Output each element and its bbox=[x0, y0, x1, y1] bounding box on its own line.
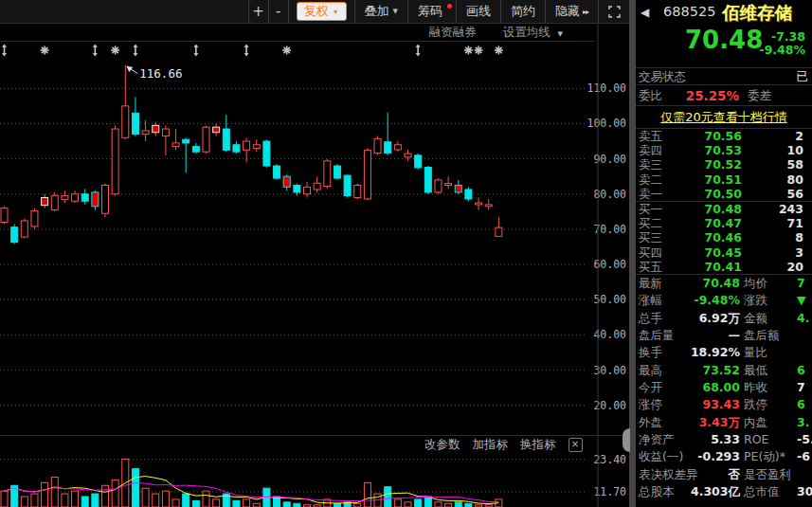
order-book-row[interactable]: 买二 70.47 71 bbox=[636, 216, 812, 230]
level-label: 买一 bbox=[639, 202, 662, 216]
level2-promo-link[interactable]: 仅需20元查看十档行情 bbox=[660, 110, 787, 124]
svg-text:100.00: 100.00 bbox=[586, 117, 626, 130]
overlay-label: 叠加 bbox=[365, 3, 389, 20]
stat-row: 涨幅 -9.48% 涨跌 ▼ bbox=[636, 292, 812, 309]
change-value: -7.38 bbox=[759, 30, 805, 44]
stat-row: 盘后量 — 盘后额 bbox=[636, 327, 812, 344]
stat-value-clipped: -6 bbox=[797, 448, 810, 465]
order-book-row[interactable]: 卖五 70.56 2 bbox=[636, 129, 812, 143]
stat-value: 18.92% bbox=[676, 344, 740, 361]
fullscreen-icon bbox=[608, 6, 621, 18]
level-qty: 243 bbox=[748, 202, 803, 216]
stat-label: 跌停 bbox=[744, 396, 767, 413]
stat-row: 涨停 93.43 跌停 6 bbox=[636, 396, 812, 413]
stat-label: 涨停 bbox=[639, 396, 662, 413]
last-price: 70.48 bbox=[685, 26, 763, 54]
level-qty: 80 bbox=[748, 172, 803, 187]
back-icon[interactable]: ◀ bbox=[641, 6, 649, 19]
stat-value-clipped: 7 bbox=[797, 379, 805, 396]
ma-settings-button[interactable]: 设置均线 ▼ bbox=[503, 25, 563, 41]
trade-status-row: 交易状态 已 bbox=[636, 67, 812, 85]
stat-label: 总股本 bbox=[639, 483, 675, 500]
order-book-row[interactable]: 买五 70.41 20 bbox=[636, 260, 812, 274]
level-price: 70.56 bbox=[693, 129, 742, 143]
stat-label: 盘后量 bbox=[639, 327, 675, 344]
stat-label: 净资产 bbox=[639, 431, 675, 448]
stat-value: 68.00 bbox=[676, 379, 740, 396]
chips-button[interactable]: 筹码 bbox=[407, 0, 456, 23]
level-qty: 8 bbox=[748, 230, 803, 244]
margin-trading-link[interactable]: 融资融券 bbox=[429, 25, 477, 41]
level-label: 卖三 bbox=[639, 157, 662, 172]
zoom-in-button[interactable]: + bbox=[248, 0, 268, 23]
panel-collapse-handle[interactable] bbox=[623, 428, 630, 452]
draw-line-button[interactable]: 画线 bbox=[456, 0, 500, 23]
simple-mode-button[interactable]: 简约 bbox=[500, 0, 545, 23]
level-price: 70.46 bbox=[693, 230, 742, 244]
candlestick-chart[interactable]: 110.00100.0090.0080.0070.0060.0050.0040.… bbox=[0, 0, 629, 507]
stat-label: 最新 bbox=[639, 275, 662, 292]
stat-value-clipped: -5. bbox=[797, 431, 812, 448]
stat-label: 涨跌 bbox=[744, 292, 767, 309]
zoom-out-button[interactable]: - bbox=[268, 0, 288, 23]
stat-row: 最新 70.48 均价 7 bbox=[636, 275, 812, 292]
price-change: -7.38 -9.48% bbox=[759, 30, 805, 57]
level-label: 卖五 bbox=[639, 129, 662, 143]
order-book-row[interactable]: 买一 70.48 243 bbox=[636, 202, 812, 216]
stat-value-clipped: ▼ bbox=[797, 292, 806, 309]
stat-label: ROE bbox=[744, 431, 768, 448]
order-book-row[interactable]: 卖四 70.53 10 bbox=[636, 143, 812, 157]
fullscreen-button[interactable] bbox=[598, 0, 631, 23]
stat-value: 70.48 bbox=[676, 275, 740, 292]
stat-row: 今开 68.00 昨收 7 bbox=[636, 379, 812, 396]
stat-label: 内盘 bbox=[744, 414, 767, 431]
close-indicator-button[interactable]: × bbox=[568, 438, 583, 452]
level-qty: 56 bbox=[748, 187, 803, 201]
order-book-row[interactable]: 买四 70.45 3 bbox=[636, 245, 812, 260]
svg-text:23.40: 23.40 bbox=[593, 453, 626, 466]
svg-text:20.00: 20.00 bbox=[593, 399, 626, 412]
level-qty: 20 bbox=[748, 260, 803, 274]
stat-row: 总股本 4.303亿 总市值 303 bbox=[636, 483, 812, 500]
svg-text:50.00: 50.00 bbox=[593, 293, 626, 306]
add-indicator-button[interactable]: 加指标 bbox=[473, 437, 509, 453]
svg-text:90.00: 90.00 bbox=[593, 153, 626, 166]
level-label: 买三 bbox=[639, 230, 662, 244]
order-book-row[interactable]: 卖二 70.51 80 bbox=[636, 172, 812, 187]
double-arrow-right-icon: ▸▸ bbox=[583, 8, 588, 16]
overlay-button[interactable]: 叠加 ▼ bbox=[354, 0, 407, 23]
level-label: 卖四 bbox=[639, 143, 662, 157]
stat-value: -0.293 bbox=[676, 448, 740, 465]
order-book-row[interactable]: 卖三 70.52 58 bbox=[636, 157, 812, 172]
fuquan-cell: 复权 ▼ bbox=[288, 0, 354, 23]
stat-label: PE(动)* bbox=[744, 448, 785, 465]
svg-text:60.00: 60.00 bbox=[593, 258, 626, 271]
fuquan-label: 复权 bbox=[304, 3, 329, 20]
level-label: 卖二 bbox=[639, 172, 662, 187]
chevron-down-icon: ▼ bbox=[333, 9, 339, 15]
trade-status-value: 已 bbox=[797, 68, 809, 85]
stat-row: 外盘 3.43万 内盘 3. bbox=[636, 414, 812, 431]
notification-dot-icon bbox=[447, 4, 452, 9]
stat-label: 是否盈利 bbox=[744, 466, 791, 483]
level-price: 70.52 bbox=[693, 157, 742, 172]
svg-text:70.00: 70.00 bbox=[593, 223, 626, 236]
stat-value: 6.92万 bbox=[676, 310, 740, 327]
change-params-button[interactable]: 改参数 bbox=[424, 437, 460, 453]
stat-label: 总市值 bbox=[744, 483, 780, 500]
promo-row: 仅需20元查看十档行情 bbox=[636, 106, 812, 129]
stat-value-clipped: 7 bbox=[797, 275, 805, 292]
level-qty: 71 bbox=[748, 216, 803, 230]
switch-indicator-button[interactable]: 换指标 bbox=[520, 437, 556, 453]
stat-label: 换手 bbox=[639, 344, 662, 361]
svg-text:30.00: 30.00 bbox=[593, 364, 626, 377]
chevron-down-icon: ▼ bbox=[393, 8, 398, 15]
stat-row: 收益(一) -0.293 PE(动)* -6 bbox=[636, 448, 812, 465]
order-book-row[interactable]: 买三 70.46 8 bbox=[636, 230, 812, 244]
order-book: 卖五 70.56 2卖四 70.53 10卖三 70.52 58卖二 70.51… bbox=[636, 129, 812, 275]
fuquan-button[interactable]: 复权 ▼ bbox=[297, 2, 347, 21]
stats-grid: 最新 70.48 均价 7涨幅 -9.48% 涨跌 ▼总手 6.92万 金额 4… bbox=[636, 275, 812, 500]
hide-button[interactable]: 隐藏 ▸▸ bbox=[545, 0, 598, 23]
level-qty: 58 bbox=[748, 157, 803, 172]
order-book-row[interactable]: 卖一 70.50 56 bbox=[636, 187, 812, 201]
